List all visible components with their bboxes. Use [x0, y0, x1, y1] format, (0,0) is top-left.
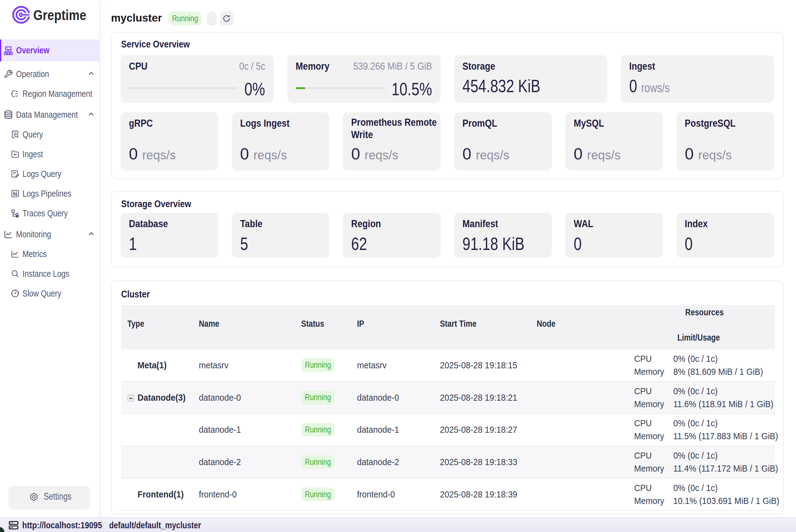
svg-text:Greptime: Greptime — [33, 7, 86, 23]
